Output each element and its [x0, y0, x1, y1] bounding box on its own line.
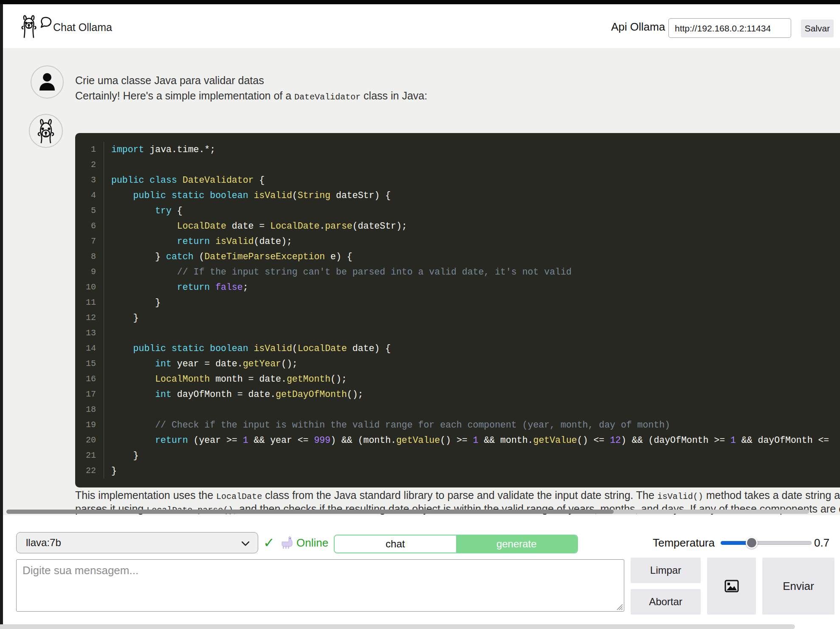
message-input[interactable]: Digite sua mensagem... [16, 559, 624, 612]
send-button[interactable]: Enviar [762, 558, 834, 615]
app-header: Chat Ollama Api Ollama http://192.168.0.… [3, 4, 840, 48]
java-code-block[interactable]: 1import java.time.*;23public class DateV… [75, 133, 840, 487]
line-number: 2 [75, 157, 104, 173]
code-line: 16 LocalMonth month = date.getMonth(); [75, 371, 840, 387]
api-url-input[interactable]: http://192.168.0.2:11434 [668, 18, 791, 38]
code-line: 13 [75, 326, 840, 341]
line-number: 11 [75, 295, 104, 310]
line-number: 4 [75, 188, 104, 203]
line-number: 19 [75, 417, 104, 433]
code-line: 8 } catch (DateTimeParseException e) { [75, 249, 840, 264]
code-line: 22} [75, 463, 840, 479]
image-icon [724, 578, 739, 594]
code-line: 4 public static boolean isValid(String d… [75, 188, 840, 203]
line-number: 6 [75, 218, 104, 234]
code-line: 5 try { [75, 203, 840, 218]
chat-message-list[interactable]: Crie uma classe Java para validar datas … [3, 48, 840, 515]
code-line: 15 int year = date.getYear(); [75, 356, 840, 371]
user-avatar [31, 65, 64, 99]
window-top-bar [0, 0, 840, 4]
model-select[interactable]: llava:7b [16, 532, 258, 553]
window-left-edge [0, 4, 3, 629]
llama-icon [35, 119, 57, 143]
mode-toggle: chat generate [334, 535, 578, 553]
code-line: 12 } [75, 310, 840, 326]
app-title: Chat Ollama [53, 21, 112, 34]
abort-button[interactable]: Abortar [631, 589, 701, 615]
line-number: 1 [75, 142, 104, 157]
code-line: 14 public static boolean isValid(LocalDa… [75, 341, 840, 356]
attach-image-button[interactable] [707, 558, 756, 615]
textarea-resize-handle[interactable] [615, 603, 623, 610]
message-input-placeholder: Digite sua mensagem... [23, 564, 138, 577]
line-number: 21 [75, 448, 104, 463]
code-line: 20 return (year >= 1 && year <= 999) && … [75, 433, 840, 448]
page-horizontal-scrollbar-thumb[interactable] [0, 624, 795, 629]
code-line: 7 return isValid(date); [75, 234, 840, 249]
line-number: 5 [75, 203, 104, 218]
assistant-intro-text: Certainly! Here's a simple implementatio… [75, 90, 427, 102]
online-check-icon: ✓ [263, 535, 275, 551]
api-url-label: Api Ollama [611, 20, 665, 34]
code-line: 10 return false; [75, 280, 840, 295]
line-number: 9 [75, 264, 104, 280]
mode-generate-button[interactable]: generate [456, 536, 578, 552]
mode-chat-button[interactable]: chat [335, 536, 456, 552]
code-line: 6 LocalDate date = LocalDate.parse(dateS… [75, 218, 840, 234]
line-number: 8 [75, 249, 104, 264]
code-line: 1import java.time.*; [75, 142, 840, 157]
online-status-label: Online [296, 536, 328, 550]
line-number: 10 [75, 280, 104, 295]
assistant-avatar [29, 114, 63, 148]
chat-horizontal-scrollbar-thumb[interactable] [6, 510, 614, 514]
code-line: 2 [75, 157, 840, 173]
line-number: 20 [75, 433, 104, 448]
temperature-value: 0.7 [814, 536, 829, 550]
code-line: 17 int dayOfMonth = date.getDayOfMonth()… [75, 387, 840, 402]
temperature-slider-thumb[interactable] [746, 537, 758, 549]
person-icon [38, 72, 56, 92]
code-line: 21 } [75, 448, 840, 463]
save-button[interactable]: Salvar [801, 20, 834, 37]
chevron-down-icon [242, 540, 249, 548]
line-number: 15 [75, 356, 104, 371]
line-number: 17 [75, 387, 104, 402]
code-line: 19 // Check if the input is within the v… [75, 417, 840, 433]
code-line: 9 // If the input string can't be parsed… [75, 264, 840, 280]
clear-button[interactable]: Limpar [631, 558, 701, 583]
line-number: 16 [75, 371, 104, 387]
line-number: 18 [75, 402, 104, 417]
chat-ollama-logo-icon [19, 14, 52, 40]
code-line: 11 } [75, 295, 840, 310]
llama-emoji-icon [280, 536, 293, 549]
code-line: 18 [75, 402, 840, 417]
user-message-text: Crie uma classe Java para validar datas [75, 74, 264, 87]
line-number: 14 [75, 341, 104, 356]
line-number: 22 [75, 463, 104, 479]
line-number: 12 [75, 310, 104, 326]
temperature-label: Temperatura [653, 536, 715, 550]
line-number: 7 [75, 234, 104, 249]
line-number: 13 [75, 326, 104, 341]
code-line: 3public class DateValidator { [75, 173, 840, 188]
assistant-outro-line1: This implementation uses the LocalDate c… [75, 489, 840, 502]
model-select-value: llava:7b [17, 537, 61, 549]
line-number: 3 [75, 173, 104, 188]
